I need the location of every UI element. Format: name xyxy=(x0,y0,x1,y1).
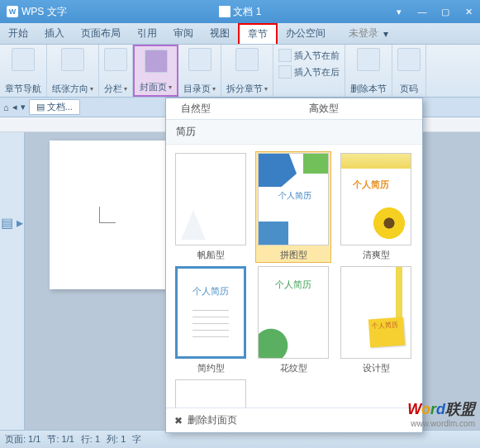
splitchapter-icon xyxy=(235,48,259,71)
cover-design-thumb: 个人简历 xyxy=(340,266,411,359)
cover-floral-thumb: 个人简历 xyxy=(258,266,329,359)
tab-insert[interactable]: 插入 xyxy=(36,23,73,44)
ribbon: 章节导航 纸张方向▾ 分栏▾ 封面页▾ 目录页▾ 拆分章节▾ 插入节在前 插入节… xyxy=(0,45,480,98)
page-corner-mark xyxy=(99,207,116,223)
tab-pagelayout[interactable]: 页面布局 xyxy=(73,23,129,44)
maximize-button[interactable]: ▢ xyxy=(434,3,457,20)
document-title: 文档 1 xyxy=(233,5,261,19)
doctab-prev-icon[interactable]: ◂ xyxy=(12,102,17,112)
sidebar-page-icon[interactable]: ▤ ▸ xyxy=(1,215,23,231)
tab-view[interactable]: 视图 xyxy=(202,23,238,44)
cover-design[interactable]: 个人简历 设计型 xyxy=(338,265,414,376)
cover-more-thumb: ↑ xyxy=(175,379,246,407)
pagenumber-icon xyxy=(397,48,421,71)
wps-icon: W xyxy=(7,6,18,17)
watermark: Word联盟 www.wordlm.com xyxy=(407,399,475,428)
columns-icon xyxy=(104,48,127,71)
ribbon-pagenumber[interactable]: 页码 xyxy=(392,45,426,97)
app-name: WPS 文字 xyxy=(21,5,67,19)
style-tab-efficient[interactable]: 高效型 xyxy=(294,98,422,119)
cover-floral[interactable]: 个人简历 花纹型 xyxy=(255,265,331,376)
minimize-button[interactable]: — xyxy=(411,3,434,20)
ribbon-section-ops: 插入节在前 插入节在后 xyxy=(273,45,345,97)
cover-sailboat[interactable]: 帆船型 xyxy=(173,151,249,263)
watermark-url: www.wordlm.com xyxy=(407,419,475,428)
dropdown-icon[interactable]: ▾ xyxy=(387,3,411,20)
tab-start[interactable]: 开始 xyxy=(0,23,36,44)
document-title-group: 文档 1 xyxy=(218,5,261,19)
doctab-home-icon[interactable]: ⌂ xyxy=(3,102,9,112)
cover-simple[interactable]: 个人简历 简约型 xyxy=(173,265,249,376)
tab-chapter[interactable]: 章节 xyxy=(238,23,278,44)
cover-puzzle-thumb: 个人简历 xyxy=(258,153,329,245)
document-tab[interactable]: ▤ 文档... xyxy=(29,99,80,115)
cover-more[interactable]: ↑ xyxy=(173,378,249,407)
orientation-icon xyxy=(61,48,84,71)
gallery-section-resume: 简历 xyxy=(166,120,422,145)
window-controls: ▾ — ▢ ✕ xyxy=(387,3,480,20)
close-button[interactable]: ✕ xyxy=(457,3,480,20)
document-page[interactable] xyxy=(50,141,165,289)
chapter-nav-icon xyxy=(12,48,35,71)
delete-icon: ✖ xyxy=(174,415,183,427)
cover-simple-thumb: 个人简历 xyxy=(175,266,246,359)
tabbar-overflow[interactable]: ▾ xyxy=(378,28,393,40)
insert-before-icon xyxy=(278,49,292,62)
doc-tab-icon: ▤ xyxy=(36,102,45,112)
status-page: 页面: 1/1 xyxy=(5,433,40,446)
title-bar: W WPS 文字 文档 1 ▾ — ▢ ✕ xyxy=(0,0,480,23)
ribbon-tabs: 开始 插入 页面布局 引用 审阅 视图 章节 办公空间 未登录 ▾ xyxy=(0,23,480,45)
coverpage-icon xyxy=(145,50,168,73)
cover-fresh-thumb: 个人简历 xyxy=(340,153,411,245)
style-tab-natural[interactable]: 自然型 xyxy=(166,98,294,119)
status-line: 行: 1 xyxy=(81,433,100,446)
ribbon-coverpage[interactable]: 封面页▾ xyxy=(133,45,178,97)
delete-coverpage[interactable]: ✖ 删除封面页 xyxy=(166,407,422,432)
status-section: 节: 1/1 xyxy=(47,433,74,446)
ribbon-splitchapter[interactable]: 拆分章节▾ xyxy=(221,45,273,97)
status-col: 列: 1 xyxy=(107,433,126,446)
app-brand: W WPS 文字 xyxy=(7,5,67,19)
doctab-dropdown-icon[interactable]: ▾ xyxy=(21,102,26,112)
tab-review[interactable]: 审阅 xyxy=(165,23,202,44)
ribbon-orientation[interactable]: 纸张方向▾ xyxy=(47,45,99,97)
doc-tab-label: 文档... xyxy=(47,101,73,113)
coverpage-dropdown: 自然型 高效型 简历 帆船型 个人简历 拼图型 个人简历 清爽型 个人简历 简约… xyxy=(165,98,423,433)
status-chars: 字 xyxy=(132,433,141,446)
tab-office[interactable]: 办公空间 xyxy=(278,23,334,44)
insert-after-icon xyxy=(278,65,292,79)
cover-fresh[interactable]: 个人简历 清爽型 xyxy=(338,151,414,263)
delete-section-icon xyxy=(357,48,380,71)
login-status[interactable]: 未登录 xyxy=(349,26,378,41)
ribbon-chapter-nav[interactable]: 章节导航 xyxy=(0,45,47,97)
coverpage-style-tabs: 自然型 高效型 xyxy=(166,98,422,120)
cover-gallery: 帆船型 个人简历 拼图型 个人简历 清爽型 个人简历 简约型 个人简历 花纹型 … xyxy=(166,145,422,407)
cover-puzzle[interactable]: 个人简历 拼图型 xyxy=(255,151,331,263)
ribbon-columns[interactable]: 分栏▾ xyxy=(99,45,133,97)
cover-sailboat-thumb xyxy=(175,153,246,245)
tab-references[interactable]: 引用 xyxy=(129,23,165,44)
document-icon xyxy=(218,6,230,17)
ribbon-tocpage[interactable]: 目录页▾ xyxy=(178,45,221,97)
left-sidebar: ▤ ▸ xyxy=(0,132,25,430)
ribbon-delete-section[interactable]: 删除本节 xyxy=(345,45,392,97)
insert-section-before[interactable]: 插入节在前 xyxy=(278,48,340,63)
tocpage-icon xyxy=(188,48,211,71)
insert-section-after[interactable]: 插入节在后 xyxy=(278,64,340,79)
